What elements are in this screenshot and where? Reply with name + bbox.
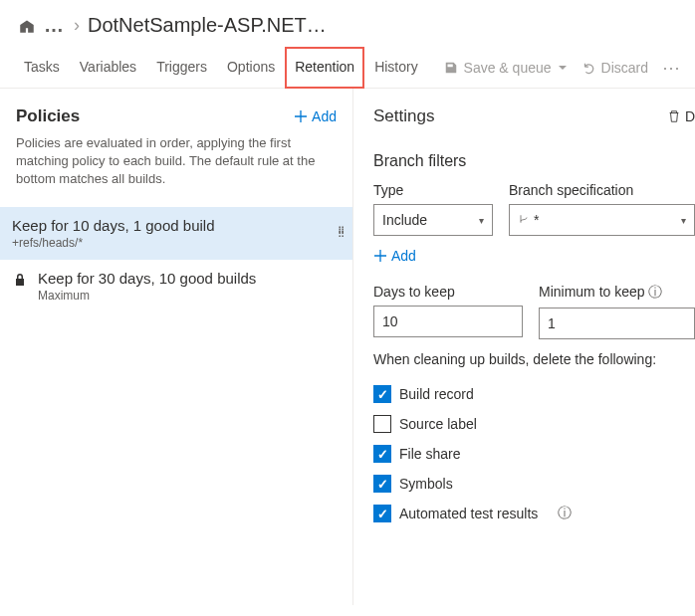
check-automated[interactable]: Automated test results ⓘ (373, 499, 695, 528)
policies-description: Policies are evaluated in order, applyin… (16, 134, 337, 189)
branch-filters-heading: Branch filters (373, 152, 695, 170)
check-symbols[interactable]: Symbols (373, 469, 695, 499)
add-policy-label: Add (312, 108, 337, 124)
page-title[interactable]: DotNetSample-ASP.NET… (88, 14, 327, 37)
save-icon (444, 61, 458, 75)
tabs-row: Tasks Variables Triggers Options Retenti… (0, 47, 695, 89)
lock-icon (12, 272, 28, 291)
checkbox-icon[interactable] (373, 505, 391, 522)
undo-icon (581, 61, 595, 75)
chevron-down-icon (558, 63, 568, 73)
tab-tasks[interactable]: Tasks (14, 47, 70, 89)
info-icon[interactable]: ⓘ (648, 284, 662, 300)
discard-button[interactable]: Discard (581, 60, 648, 76)
trash-icon (667, 109, 681, 123)
policy-title: Keep for 10 days, 1 good build (12, 217, 214, 234)
delete-button[interactable]: D (667, 108, 695, 124)
check-source-label[interactable]: Source label (373, 409, 695, 439)
delete-label: D (685, 108, 695, 124)
save-queue-button[interactable]: Save & queue (444, 60, 568, 76)
settings-panel: Settings D Branch filters Type Include ▾… (352, 89, 695, 605)
days-label: Days to keep (373, 284, 523, 300)
check-file-share[interactable]: File share (373, 439, 695, 469)
toolbar: Save & queue Discard ⋯ (444, 57, 681, 79)
tab-variables[interactable]: Variables (70, 47, 146, 89)
check-label: Source label (399, 416, 477, 432)
checkbox-icon[interactable] (373, 445, 391, 463)
policy-subtitle: +refs/heads/* (12, 236, 214, 250)
checkbox-icon[interactable] (373, 415, 391, 433)
policy-title: Keep for 30 days, 10 good builds (38, 270, 256, 287)
save-queue-label: Save & queue (464, 60, 552, 76)
tab-retention[interactable]: Retention (285, 47, 364, 89)
chevron-right-icon: › (74, 15, 80, 36)
policy-subtitle: Maximum (38, 289, 256, 303)
project-icon (18, 17, 36, 35)
check-label: Build record (399, 386, 474, 402)
chevron-down-icon: ▾ (479, 215, 484, 226)
plus-icon (294, 109, 308, 123)
tab-triggers[interactable]: Triggers (146, 47, 217, 89)
info-icon[interactable]: ⓘ (558, 505, 572, 522)
check-build-record[interactable]: Build record (373, 379, 695, 409)
main: Policies Add Policies are evaluated in o… (0, 89, 695, 605)
add-filter-label: Add (391, 248, 416, 264)
policies-heading: Policies (16, 106, 80, 126)
checkbox-icon[interactable] (373, 475, 391, 493)
days-input[interactable]: 10 (373, 306, 523, 337)
plus-icon (373, 249, 387, 263)
more-button[interactable]: ⋯ (662, 57, 681, 79)
type-label: Type (373, 182, 493, 198)
type-value: Include (382, 212, 427, 228)
settings-heading: Settings (373, 106, 434, 126)
cleanup-label: When cleaning up builds, delete the foll… (373, 351, 695, 367)
drag-handle-icon[interactable]: ⠿⠿ (338, 229, 341, 237)
tab-options[interactable]: Options (217, 47, 285, 89)
branch-spec-label: Branch specification (509, 182, 695, 198)
min-value: 1 (548, 315, 556, 331)
type-select[interactable]: Include ▾ (373, 204, 493, 236)
chevron-down-icon: ▾ (681, 215, 686, 226)
add-policy-button[interactable]: Add (294, 108, 337, 124)
checkbox-icon[interactable] (373, 385, 391, 403)
check-label: File share (399, 446, 460, 462)
policies-panel: Policies Add Policies are evaluated in o… (0, 89, 352, 605)
add-filter-button[interactable]: Add (373, 248, 695, 264)
check-label: Symbols (399, 476, 453, 492)
branch-spec-select[interactable]: * ▾ (509, 204, 695, 236)
min-label: Minimum to keep ⓘ (539, 284, 695, 302)
tabs: Tasks Variables Triggers Options Retenti… (14, 47, 428, 89)
discard-label: Discard (601, 60, 648, 76)
check-label: Automated test results (399, 506, 538, 521)
policy-item-1[interactable]: Keep for 30 days, 10 good builds Maximum (0, 260, 352, 312)
breadcrumb-ellipsis[interactable]: … (44, 14, 66, 37)
branch-icon (518, 213, 530, 225)
breadcrumb: … › DotNetSample-ASP.NET… (0, 0, 695, 47)
policy-item-0[interactable]: Keep for 10 days, 1 good build +refs/hea… (0, 207, 352, 260)
branch-spec-value: * (534, 212, 539, 228)
days-value: 10 (382, 313, 398, 329)
min-input[interactable]: 1 (539, 308, 695, 339)
tab-history[interactable]: History (364, 47, 428, 89)
